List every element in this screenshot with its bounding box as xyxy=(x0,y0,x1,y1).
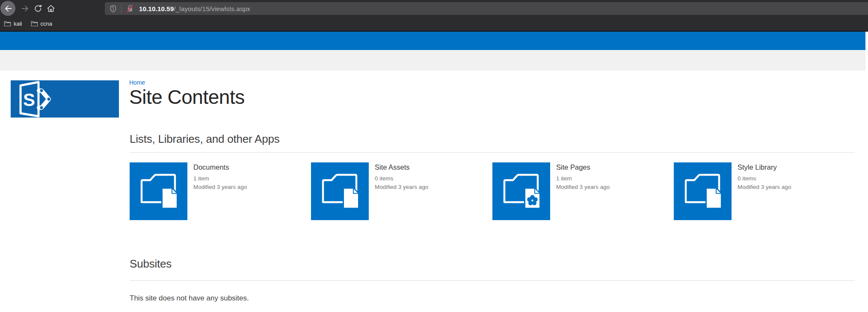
forward-arrow-icon xyxy=(21,4,30,13)
svg-text:S: S xyxy=(23,90,35,110)
url-bar[interactable]: 10.10.10.59/_layouts/15/viewlsts.aspx xyxy=(105,2,868,15)
folder-icon xyxy=(31,21,38,27)
reload-icon xyxy=(33,4,43,13)
tile-modified: Modified 3 years ago xyxy=(375,183,428,191)
bookmark-folder-kali[interactable]: kali xyxy=(4,21,22,27)
subsites-section-divider xyxy=(130,280,855,281)
bookmark-folder-ccna[interactable]: ccna xyxy=(31,21,52,27)
url-text[interactable]: 10.10.10.59/_layouts/15/viewlsts.aspx xyxy=(139,5,250,12)
site-contents-page: S Home Site Contents Lists, Libraries, a… xyxy=(0,32,868,312)
insecure-lock-icon[interactable] xyxy=(126,4,134,13)
home-icon xyxy=(46,4,56,13)
tile-style-library[interactable]: Style Library 0 items Modified 3 years a… xyxy=(674,162,855,220)
page-header: Home Site Contents xyxy=(129,79,245,107)
tile-title[interactable]: Style Library xyxy=(738,163,791,171)
document-library-icon[interactable] xyxy=(130,162,187,220)
tile-info: Site Pages 1 item Modified 3 years ago xyxy=(556,162,610,191)
sharepoint-logo[interactable]: S xyxy=(11,80,119,118)
tile-modified: Modified 3 years ago xyxy=(738,183,791,191)
bookmark-label: ccna xyxy=(41,21,52,27)
tile-item-count: 0 items xyxy=(375,174,428,183)
tile-item-count: 0 items xyxy=(738,174,791,183)
tile-title[interactable]: Documents xyxy=(193,163,247,171)
tile-documents[interactable]: Documents 1 item Modified 3 years ago xyxy=(130,162,311,220)
back-button[interactable] xyxy=(0,1,15,16)
tile-modified: Modified 3 years ago xyxy=(556,183,610,191)
bookmarks-bar: kali ccna xyxy=(0,17,868,30)
subsites-empty-message: This site does not have any subsites. xyxy=(130,294,249,303)
tile-info: Site Assets 0 items Modified 3 years ago xyxy=(375,162,428,191)
tile-item-count: 1 item xyxy=(193,174,247,183)
tile-item-count: 1 item xyxy=(556,174,610,183)
apps-section-heading: Lists, Libraries, and other Apps xyxy=(130,132,280,146)
wiki-page-library-icon[interactable] xyxy=(492,162,550,220)
sharepoint-suite-bar xyxy=(0,32,865,50)
url-bar-separator xyxy=(121,4,121,13)
bookmark-label: kali xyxy=(14,21,22,27)
url-path[interactable]: /_layouts/15/viewlsts.aspx xyxy=(174,5,250,12)
home-button[interactable] xyxy=(46,3,56,14)
tile-title[interactable]: Site Pages xyxy=(556,163,610,171)
tile-info: Documents 1 item Modified 3 years ago xyxy=(193,162,247,191)
tile-info: Style Library 0 items Modified 3 years a… xyxy=(738,162,791,191)
subsites-section-heading: Subsites xyxy=(130,257,172,271)
page-title: Site Contents xyxy=(129,87,245,107)
sharepoint-ribbon-bar xyxy=(0,50,865,71)
browser-toolbar: 10.10.10.59/_layouts/15/viewlsts.aspx xyxy=(0,0,868,17)
url-host[interactable]: 10.10.10.59 xyxy=(139,5,174,12)
back-arrow-icon xyxy=(3,4,13,13)
browser-chrome: 10.10.10.59/_layouts/15/viewlsts.aspx ka… xyxy=(0,0,868,32)
tracking-shield-icon[interactable] xyxy=(109,5,117,13)
folder-icon xyxy=(4,21,11,27)
breadcrumb-home-link[interactable]: Home xyxy=(129,79,145,86)
tile-modified: Modified 3 years ago xyxy=(193,183,247,191)
document-library-icon[interactable] xyxy=(674,162,732,220)
tile-site-assets[interactable]: Site Assets 0 items Modified 3 years ago xyxy=(311,162,492,220)
reload-button[interactable] xyxy=(33,3,43,14)
app-tiles-row: Documents 1 item Modified 3 years ago Si… xyxy=(130,162,855,220)
apps-section-divider xyxy=(130,152,855,153)
tile-site-pages[interactable]: Site Pages 1 item Modified 3 years ago xyxy=(492,162,674,220)
document-library-icon[interactable] xyxy=(311,162,369,220)
tile-title[interactable]: Site Assets xyxy=(375,163,428,171)
forward-button[interactable] xyxy=(20,3,30,14)
